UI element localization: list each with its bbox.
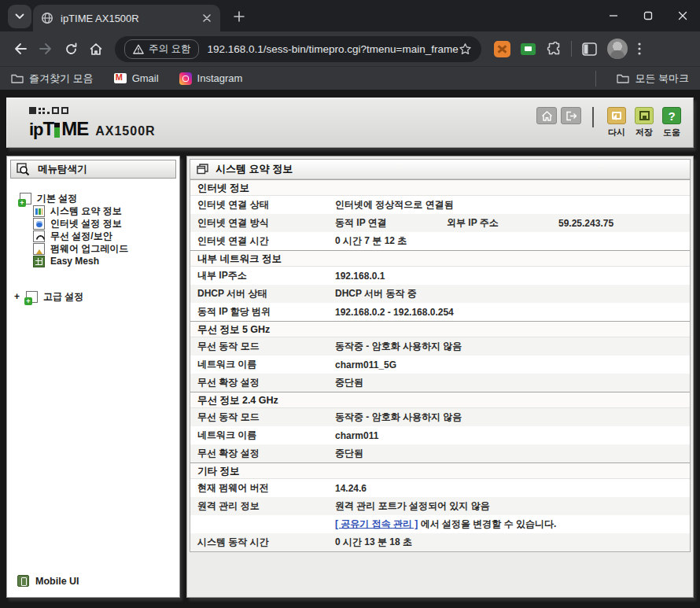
folder-icon (617, 73, 629, 83)
row-value: 중단됨 (333, 447, 690, 460)
security-chip-label: 주의 요함 (149, 42, 190, 56)
section-heading: 기타 정보 (190, 462, 690, 479)
bookmark-label: Instagram (197, 72, 243, 84)
tree-node-advanced-settings[interactable]: + 고급 설정 (14, 290, 176, 303)
minimize-button[interactable] (596, 0, 631, 31)
warning-triangle-icon (133, 44, 144, 54)
url-text: 192.168.0.1/sess-bin/timepro.cgi?tmenu=m… (207, 43, 459, 55)
extension-orange-icon[interactable] (494, 41, 510, 57)
row-label: 무선 확장 설정 (190, 376, 333, 389)
folder-icon (11, 73, 24, 83)
folder-plus-icon (20, 193, 31, 205)
forward-button[interactable] (33, 36, 58, 61)
bookmark-instagram[interactable]: Instagram (179, 72, 243, 85)
wifi-icon (33, 230, 45, 242)
tab-search-button[interactable] (8, 5, 31, 28)
upgrade-arrow-icon (33, 243, 45, 255)
brand-green-bar (54, 123, 60, 138)
tree-node-easy-mesh[interactable]: Easy Mesh (33, 255, 176, 267)
row-value: 원격 관리 포트가 설정되어 있지 않음 (333, 499, 690, 513)
all-bookmarks-button[interactable]: 모든 북마크 (617, 72, 689, 86)
close-button[interactable] (665, 0, 700, 31)
home-page-button[interactable] (536, 107, 557, 124)
table-row: 무선 동작 모드동작중 - 암호화 사용하지 않음 (190, 408, 690, 426)
tab-close-icon[interactable] (200, 11, 214, 25)
browser-toolbar: 주의 요함 192.168.0.1/sess-bin/timepro.cgi?t… (0, 31, 700, 66)
expand-plus-icon[interactable]: + (14, 291, 20, 302)
row-label: 무선 확장 설정 (190, 447, 333, 460)
router-access-management-link[interactable]: [ 공유기 접속 관리 ] (335, 518, 418, 529)
row-label: 무선 동작 모드 (190, 340, 333, 353)
sidebar-title: 메뉴탐색기 (38, 163, 87, 176)
exit-icon (566, 111, 577, 121)
row-value: DHCP 서버 동작 중 (333, 287, 690, 300)
tree-node-wireless-security[interactable]: 무선 설정/보안 (33, 230, 176, 242)
save-action: 저장 (632, 107, 656, 138)
side-panel-icon[interactable] (582, 42, 597, 56)
help-action: ? 도움 (660, 107, 683, 138)
tab-title: ipTIME AX1500R (61, 13, 200, 24)
row-value: 192.168.0.2 - 192.168.0.254 (333, 307, 690, 318)
extension-green-icon[interactable] (521, 43, 536, 55)
home-button[interactable] (83, 36, 109, 61)
row-value: 동작중 - 암호화 사용하지 않음 (333, 411, 690, 424)
globe-favicon (41, 12, 53, 24)
reload-button[interactable] (58, 36, 83, 61)
save-button[interactable] (635, 107, 654, 124)
tree-node-system-summary[interactable]: 시스템 요약 정보 (33, 205, 176, 217)
bookmark-gmail[interactable]: Gmail (114, 72, 159, 84)
bookmark-folder-favorites[interactable]: 즐겨찾기 모음 (11, 72, 94, 86)
table-row: 현재 펌웨어 버전14.24.6 (190, 479, 690, 497)
table-row: 무선 확장 설정중단됨 (190, 444, 690, 462)
redo-icon (612, 112, 621, 120)
help-button[interactable]: ? (662, 107, 681, 124)
row-value: 192.168.0.1 (333, 271, 690, 282)
brand-text-t: T (43, 118, 53, 140)
menu-tree: 기본 설정 시스템 요약 정보 인터넷 설정 정보 무선 설정/보안 (20, 192, 176, 303)
profile-avatar[interactable] (607, 39, 628, 59)
bookmark-label: 즐겨찾기 모음 (29, 72, 94, 86)
table-row: 동적 IP 할당 범위192.168.0.2 - 192.168.0.254 (190, 303, 690, 321)
browser-titlebar: ipTIME AX1500R (0, 0, 700, 31)
section-heading: 무선 정보 2.4 GHz (190, 392, 690, 408)
logout-button[interactable] (561, 107, 581, 124)
tree-node-firmware-upgrade[interactable]: 펌웨어 업그레이드 (33, 242, 176, 255)
table-row: 원격 관리 정보원격 관리 포트가 설정되어 있지 않음 (190, 497, 690, 515)
browser-tab[interactable]: ipTIME AX1500R (33, 5, 220, 31)
row-value-2: 59.25.243.75 (558, 218, 690, 229)
table-row: 시스템 동작 시간0 시간 13 분 18 초 (190, 533, 690, 551)
tree-label: 기본 설정 (37, 192, 77, 205)
header-actions: 다시 저장 ? 도움 (536, 107, 683, 138)
maximize-button[interactable] (631, 0, 665, 31)
header-separator (592, 107, 594, 127)
new-tab-button[interactable] (228, 6, 250, 28)
table-row: 인터넷 연결 방식동적 IP 연결외부 IP 주소59.25.243.75 (190, 214, 690, 232)
model-label: AX1500R (95, 124, 155, 138)
mobile-ui-link[interactable]: Mobile UI (17, 575, 79, 587)
bookmarks-bar: 즐겨찾기 모음 Gmail Instagram 모든 북마크 (0, 66, 700, 90)
table-row: 네트워크 이름charm011_5G (190, 356, 690, 374)
bookmark-star-icon[interactable] (459, 42, 472, 56)
kebab-menu-icon[interactable] (638, 42, 641, 55)
link-suffix-text: 에서 설정을 변경할 수 있습니다. (418, 518, 556, 529)
gmail-icon (114, 73, 127, 83)
redo-button[interactable] (607, 107, 626, 124)
tree-node-basic-settings[interactable]: 기본 설정 (20, 192, 176, 205)
bookmark-label: Gmail (132, 72, 159, 84)
table-row: DHCP 서버 상태DHCP 서버 동작 중 (190, 285, 690, 303)
row-label: 인터넷 연결 방식 (190, 216, 333, 230)
menu-sidebar: 메뉴탐색기 기본 설정 시스템 요약 정보 인터넷 설정 정보 (6, 156, 180, 598)
page-background: ipTME AX1500R 다시 저장 ? 도움 (0, 90, 700, 608)
iptime-header-panel: ipTME AX1500R 다시 저장 ? 도움 (6, 98, 694, 148)
save-label: 저장 (636, 127, 653, 138)
extensions-area (494, 39, 641, 59)
back-button[interactable] (8, 36, 33, 61)
page-title: 시스템 요약 정보 (216, 162, 293, 176)
security-chip[interactable]: 주의 요함 (124, 39, 199, 59)
address-bar[interactable]: 주의 요함 192.168.0.1/sess-bin/timepro.cgi?t… (115, 36, 481, 62)
tree-node-internet-settings[interactable]: 인터넷 설정 정보 (33, 217, 176, 230)
table-row: 인터넷 연결 상태인터넷에 정상적으로 연결됨 (190, 196, 690, 214)
row-label: 무선 동작 모드 (190, 411, 333, 424)
extensions-puzzle-icon[interactable] (546, 42, 561, 57)
row-value: charm011_5G (333, 359, 690, 370)
